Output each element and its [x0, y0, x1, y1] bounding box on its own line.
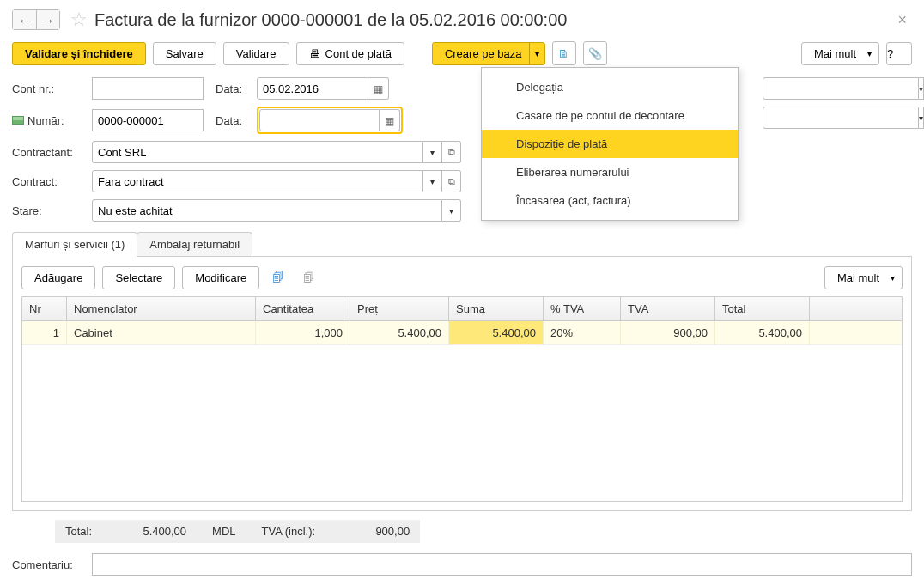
nav-back-button[interactable]: ← — [13, 10, 36, 29]
select-button[interactable]: Selectare — [102, 266, 175, 290]
col-total[interactable]: Total — [715, 297, 810, 320]
cont-plata-button[interactable]: Cont de plată — [296, 42, 404, 65]
cell-tva[interactable]: 900,00 — [621, 321, 715, 344]
contract-drop[interactable]: ▾ — [423, 170, 442, 192]
open-icon — [448, 147, 455, 158]
contractant-drop[interactable]: ▾ — [423, 141, 442, 163]
stare-drop[interactable]: ▾ — [442, 199, 461, 222]
currency-label: MDL — [212, 525, 235, 538]
col-cantitatea[interactable]: Cantitatea — [256, 297, 350, 320]
tab-more-button[interactable]: Mai mult — [824, 266, 903, 290]
cell-qty[interactable]: 1,000 — [256, 321, 350, 344]
contract-open[interactable] — [442, 170, 461, 192]
nav-forward-button[interactable]: → — [36, 10, 59, 29]
cont-nr-label: Cont nr.: — [12, 82, 85, 95]
paperclip-icon — [588, 47, 602, 60]
total-label: Total: — [65, 525, 92, 538]
document-icon-button[interactable] — [552, 41, 576, 65]
col-pret[interactable]: Preț — [350, 297, 449, 320]
col-suma[interactable]: Suma — [449, 297, 544, 320]
totals-bar: Total: 5.400,00 MDL TVA (incl.): 900,00 — [55, 520, 420, 543]
col-tva[interactable]: TVA — [621, 297, 715, 320]
favorite-star-icon[interactable]: ☆ — [70, 9, 88, 31]
numar-input[interactable] — [92, 109, 204, 131]
data1-calendar-button[interactable] — [368, 77, 389, 100]
comment-label: Comentariu: — [12, 558, 85, 571]
stare-label: Stare: — [12, 204, 85, 217]
tva-label: TVA (incl.): — [262, 525, 316, 538]
tva-value: 900,00 — [341, 525, 410, 538]
data2-calendar-button[interactable] — [380, 109, 400, 131]
calendar-icon — [374, 82, 383, 95]
right-combo-2[interactable] — [763, 107, 919, 129]
data1-input[interactable] — [257, 77, 368, 100]
contractant-input[interactable] — [92, 141, 423, 163]
cell-pret[interactable]: 5.400,00 — [350, 321, 449, 344]
help-button[interactable]: ? — [886, 42, 912, 65]
contract-label: Contract: — [12, 175, 85, 188]
cell-extra — [810, 321, 902, 344]
table-row[interactable]: 1 Cabinet 1,000 5.400,00 5.400,00 20% 90… — [22, 321, 902, 345]
stare-input[interactable] — [92, 199, 442, 222]
copy-icon — [303, 271, 315, 284]
total-value: 5.400,00 — [118, 525, 186, 538]
save-button[interactable]: Salvare — [153, 42, 216, 65]
envelope-icon — [12, 116, 24, 125]
printer-icon — [309, 47, 320, 60]
modify-button[interactable]: Modificare — [182, 266, 259, 290]
menu-item-dispozitie[interactable]: Dispoziție de plată — [482, 130, 738, 158]
contractant-open[interactable] — [442, 141, 461, 163]
copy-button[interactable] — [266, 265, 290, 290]
page-title: Factura de la furnizor 0000-000001 de la… — [94, 10, 892, 30]
menu-item-delegatia[interactable]: Delegația — [482, 73, 738, 101]
cont-nr-input[interactable] — [92, 77, 204, 100]
validate-button[interactable]: Validare — [223, 42, 289, 65]
attachment-button[interactable] — [583, 41, 607, 65]
cell-suma[interactable]: 5.400,00 — [449, 321, 544, 344]
cell-nomenclator[interactable]: Cabinet — [67, 321, 256, 344]
data1-label: Data: — [216, 82, 250, 95]
menu-item-casare[interactable]: Casare de pe contul de decontare — [482, 101, 738, 130]
creare-pe-baza-dropdown[interactable]: Creare pe baza — [432, 42, 545, 65]
menu-item-incasarea[interactable]: Încasarea (act, factura) — [482, 186, 738, 215]
validate-close-button[interactable]: Validare și închidere — [12, 42, 146, 65]
menu-item-eliberarea[interactable]: Eliberarea numerarului — [482, 158, 738, 186]
col-extra — [810, 297, 902, 320]
col-nomenclator[interactable]: Nomenclator — [67, 297, 256, 320]
grid-header: Nr Nomenclator Cantitatea Preț Suma % TV… — [21, 296, 903, 321]
data2-input[interactable] — [259, 109, 380, 131]
right-combo-1[interactable] — [763, 77, 919, 100]
numar-label: Număr: — [12, 114, 85, 127]
document-icon — [558, 47, 569, 60]
comment-input[interactable] — [92, 553, 912, 576]
cell-total[interactable]: 5.400,00 — [715, 321, 810, 344]
open-icon — [448, 176, 455, 187]
more-button[interactable]: Mai mult — [801, 42, 879, 65]
copy-icon — [272, 271, 284, 284]
tab-marfuri[interactable]: Mărfuri și servicii (1) — [12, 232, 137, 256]
col-tva-percent[interactable]: % TVA — [544, 297, 621, 320]
close-icon[interactable]: × — [892, 11, 912, 29]
contractant-label: Contractant: — [12, 146, 85, 159]
grid-body[interactable]: 1 Cabinet 1,000 5.400,00 5.400,00 20% 90… — [21, 321, 903, 502]
calendar-icon — [385, 114, 394, 127]
add-button[interactable]: Adăugare — [21, 266, 95, 290]
contract-input[interactable] — [92, 170, 423, 192]
copy2-button[interactable] — [297, 265, 321, 290]
col-nr[interactable]: Nr — [22, 297, 67, 320]
tab-ambalaj[interactable]: Ambalaj returnabil — [137, 232, 252, 256]
cell-nr[interactable]: 1 — [22, 321, 67, 344]
data2-label: Data: — [216, 114, 250, 127]
cell-tva-percent[interactable]: 20% — [544, 321, 621, 344]
creare-dropdown-menu: Delegația Casare de pe contul de deconta… — [481, 67, 739, 221]
